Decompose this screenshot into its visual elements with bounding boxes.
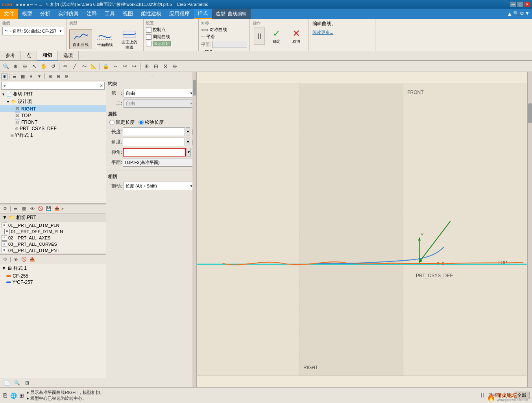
- lp-collapse-icon[interactable]: ⊟: [54, 73, 62, 80]
- curve-dropdown[interactable]: 〜 ~ 造型: 56: 曲线: CF-257 ▼: [2, 27, 64, 35]
- bp-grid-icon[interactable]: ▦: [20, 205, 28, 212]
- status-icon3[interactable]: ⊞: [19, 392, 24, 399]
- bp-export-icon[interactable]: 📤: [53, 205, 61, 212]
- settings-icon[interactable]: ⚙: [520, 11, 524, 17]
- maximize-button[interactable]: □: [517, 2, 523, 7]
- root-expand-icon[interactable]: ▼: [2, 92, 5, 96]
- style1-section-header[interactable]: ▼ ⊞ 样式 1: [2, 265, 104, 272]
- line-icon[interactable]: ╱: [70, 62, 79, 71]
- bl-icon2[interactable]: 🔍: [13, 379, 21, 386]
- tree-front[interactable]: ▶ ⊠ FRONT: [0, 119, 106, 125]
- zoom-fit-icon[interactable]: 🔍: [2, 62, 10, 71]
- layer-03-curves[interactable]: ≡ 03__PRT_ALL_CURVES: [0, 241, 106, 247]
- layer-01-def[interactable]: ≡ 01__PRT_DEF_DTM_PLN: [0, 228, 106, 235]
- layers-section-header[interactable]: ▼ 📁 相切.PRT: [0, 213, 106, 222]
- pen-icon[interactable]: ✏: [61, 62, 70, 71]
- middle-panel-scrollbar[interactable]: [192, 72, 196, 388]
- zoom-in-icon[interactable]: ⊕: [11, 62, 20, 71]
- viewport-scrollbar-thumb[interactable]: [528, 103, 532, 123]
- tree-right[interactable]: ▶ ⊠ RIGHT: [0, 105, 106, 112]
- bp-eyeoff-icon[interactable]: 🚫: [37, 205, 44, 212]
- confirm-button[interactable]: ✓ 确定: [268, 28, 285, 45]
- cancel-button[interactable]: ✕ 取消: [288, 28, 305, 45]
- constraint-icon[interactable]: 🔒: [102, 62, 110, 71]
- free-curve-btn[interactable]: 自由曲线: [69, 29, 92, 49]
- circle-curves-btn[interactable]: 周期曲线: [146, 34, 196, 40]
- radio-fixed-input[interactable]: [109, 120, 115, 125]
- ctrl-points-btn[interactable]: 控制点: [146, 27, 196, 33]
- cv-icon2[interactable]: 👁: [12, 256, 20, 263]
- tree-design[interactable]: ▼ 📁 设计项: [0, 98, 106, 105]
- layer-04-pnt[interactable]: ≡ 04__PRT_ALL_DTM_PNT: [0, 247, 106, 254]
- length-input[interactable]: 126.398773: [123, 127, 185, 136]
- length-arrow[interactable]: ▼: [186, 127, 190, 136]
- tree-top[interactable]: ▶ ⊠ TOP: [0, 112, 106, 119]
- offset-icon[interactable]: ⊟: [151, 62, 160, 71]
- tree-style1[interactable]: ▶ ⊞ ¥*样式 1: [0, 132, 106, 139]
- mirror-icon[interactable]: ⊞: [142, 62, 151, 71]
- tree-root[interactable]: ▼ 📄 相切.PRT: [0, 90, 106, 98]
- bp-more-icon[interactable]: »: [61, 206, 64, 211]
- menu-tools[interactable]: 工具: [101, 9, 119, 19]
- viewport-scrollbar[interactable]: [527, 72, 532, 388]
- menu-annotation[interactable]: 注释: [83, 9, 101, 19]
- menu-file[interactable]: 文件: [0, 9, 18, 19]
- search-icon[interactable]: 🔍: [513, 11, 519, 17]
- cv-icon1[interactable]: ⚙: [1, 256, 9, 263]
- bp-tool1[interactable]: ⚙: [1, 205, 9, 212]
- pan-icon[interactable]: ✋: [39, 62, 48, 71]
- drag-dropdown[interactable]: 长度 (Alt + Shift) ▼: [124, 182, 195, 190]
- first-dropdown[interactable]: 自由 ▼: [124, 89, 195, 98]
- search-clear-icon[interactable]: ✕: [98, 83, 104, 88]
- ribbon-arrow-down[interactable]: ▼: [525, 11, 530, 17]
- curve-icon[interactable]: 〜: [80, 62, 89, 71]
- scrollbar-thumb[interactable]: [193, 80, 196, 96]
- elevation-input[interactable]: 60.000000: [123, 148, 186, 156]
- style1-section-expand[interactable]: ▼: [2, 265, 6, 271]
- tree-csys[interactable]: ▶ ⊕ PRT_CSYS_DEF: [0, 125, 106, 132]
- curve-item-cf255[interactable]: CF-255: [2, 273, 104, 279]
- status-icon1[interactable]: 🖹: [2, 392, 8, 399]
- layer-02-axes[interactable]: ≡ 02__PRT_ALL_AXES: [0, 235, 106, 241]
- menu-view[interactable]: 视图: [119, 9, 137, 19]
- angle-input[interactable]: 30.000000: [123, 138, 185, 146]
- dimension-icon[interactable]: ↔: [111, 62, 120, 71]
- extend-icon[interactable]: ↦: [130, 62, 139, 71]
- smooth-btn[interactable]: 〜 平滑: [201, 34, 247, 40]
- read-more-link[interactable]: 阅读更多...: [312, 29, 371, 35]
- radio-fixed[interactable]: 固定长度: [109, 119, 135, 126]
- search-input[interactable]: [8, 83, 98, 88]
- rotate-icon[interactable]: ↺: [49, 62, 57, 71]
- radio-elastic[interactable]: 松弛长度: [139, 119, 164, 126]
- sub-tab-reference[interactable]: 参考: [0, 51, 21, 61]
- lp-filter-icon[interactable]: ▼: [35, 73, 43, 80]
- cv-icon3[interactable]: 🚫: [20, 256, 28, 263]
- pause-button[interactable]: ⏸: [254, 28, 265, 45]
- menu-simulation[interactable]: 实时仿真: [54, 9, 83, 19]
- show-origin-btn[interactable]: 显示原始: [146, 41, 196, 46]
- close-button[interactable]: ✕: [524, 2, 530, 7]
- lp-grid-icon[interactable]: ▦: [19, 73, 27, 80]
- sub-tab-tangent[interactable]: 相切: [37, 51, 58, 61]
- surface-curve-btn[interactable]: 曲面上的曲线: [118, 27, 141, 52]
- layer-01-pln[interactable]: ≡ 01__PRT_ALL_DTM_PLN: [0, 222, 106, 228]
- intersect-icon[interactable]: ⊕: [170, 62, 179, 71]
- ribbon-arrow-up[interactable]: ▲: [507, 11, 512, 17]
- zoom-out-icon[interactable]: ⊖: [20, 62, 29, 71]
- bp-list-icon[interactable]: ☰: [12, 205, 20, 212]
- minimize-button[interactable]: —: [510, 2, 516, 7]
- measure-icon[interactable]: 📐: [89, 62, 98, 71]
- trim-icon[interactable]: ✂: [120, 62, 129, 71]
- symmetric-curve-btn[interactable]: ⟺ 对称曲线: [201, 27, 247, 33]
- menu-analysis[interactable]: 分析: [36, 9, 54, 19]
- lp-settings-icon[interactable]: ⚙: [63, 73, 70, 80]
- lp-list-icon[interactable]: ☰: [11, 73, 18, 80]
- flat-curve-btn[interactable]: 平面曲线: [94, 29, 116, 49]
- bp-eye-icon[interactable]: 👁: [28, 205, 36, 212]
- menu-flexible[interactable]: 柔性建模: [137, 9, 165, 19]
- angle-arrow[interactable]: ▼: [186, 138, 190, 146]
- radio-elastic-input[interactable]: [139, 120, 144, 125]
- menu-style[interactable]: 样式: [194, 9, 212, 19]
- bp-save-icon[interactable]: 💾: [45, 205, 53, 212]
- search-box[interactable]: ▼ ✕: [1, 82, 105, 90]
